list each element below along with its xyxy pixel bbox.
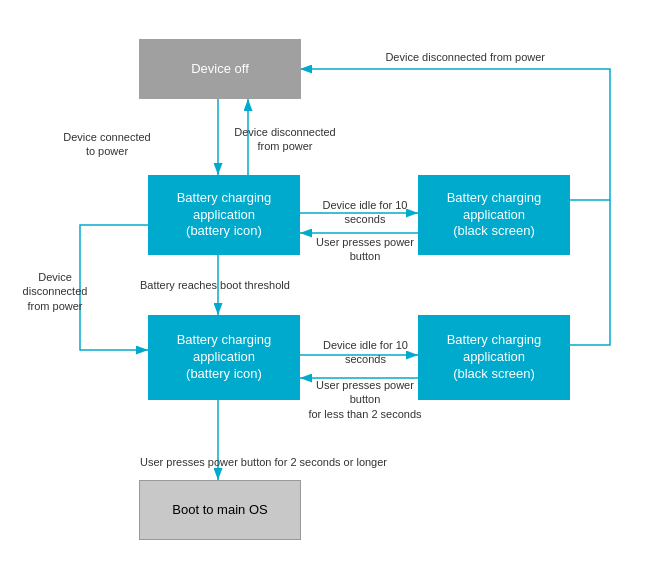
battery-charging-bot-left-box: Battery chargingapplication(battery icon… <box>148 315 300 400</box>
label-device-disconnected-left: Device disconnectedfrom power <box>15 270 95 313</box>
battery-charging-top-right-box: Battery chargingapplication(black screen… <box>418 175 570 255</box>
arrows-svg <box>0 0 650 580</box>
battery-charging-bot-right-label: Battery chargingapplication(black screen… <box>447 332 542 383</box>
boot-to-main-os-label: Boot to main OS <box>172 502 267 519</box>
label-device-connected: Device connectedto power <box>62 130 152 159</box>
label-battery-reaches: Battery reaches boot threshold <box>140 278 320 292</box>
boot-to-main-os-box: Boot to main OS <box>139 480 301 540</box>
label-device-disconnected-top: Device disconnectedfrom power <box>230 125 340 154</box>
label-user-presses-longer: User presses power button for 2 seconds … <box>140 455 420 469</box>
diagram: Device off Battery chargingapplication(b… <box>0 0 650 580</box>
label-idle-10s-top: Device idle for 10 seconds <box>310 198 420 227</box>
label-user-presses-top: User presses power button <box>310 235 420 264</box>
battery-charging-top-left-label: Battery chargingapplication(battery icon… <box>177 190 272 241</box>
battery-charging-bot-left-label: Battery chargingapplication(battery icon… <box>177 332 272 383</box>
label-device-disconnected-right: Device disconnected from power <box>355 50 545 64</box>
battery-charging-top-left-box: Battery chargingapplication(battery icon… <box>148 175 300 255</box>
device-off-box: Device off <box>139 39 301 99</box>
device-off-label: Device off <box>191 61 249 78</box>
battery-charging-bot-right-box: Battery chargingapplication(black screen… <box>418 315 570 400</box>
label-idle-10s-bot: Device idle for 10 seconds <box>308 338 423 367</box>
label-user-presses-less: User presses power buttonfor less than 2… <box>300 378 430 421</box>
battery-charging-top-right-label: Battery chargingapplication(black screen… <box>447 190 542 241</box>
